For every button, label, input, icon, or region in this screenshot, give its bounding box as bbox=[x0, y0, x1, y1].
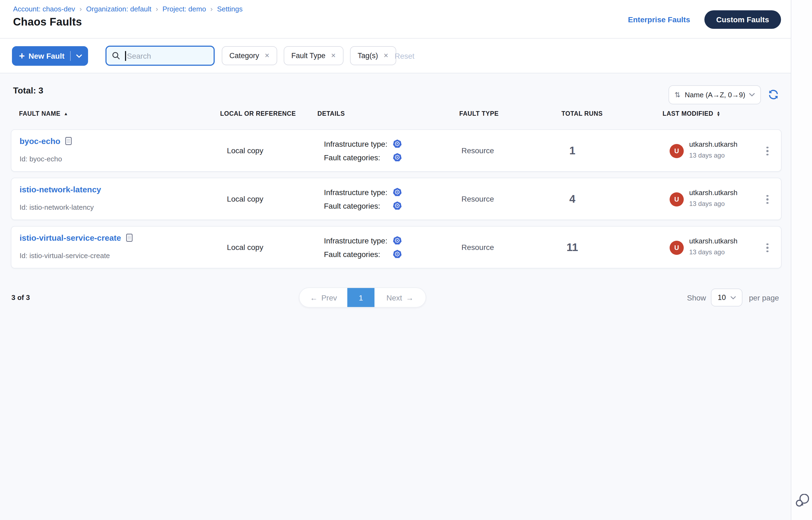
button-divider bbox=[70, 51, 70, 61]
plus-icon: + bbox=[19, 51, 25, 61]
filter-chip-category[interactable]: Category ✕ bbox=[222, 46, 277, 65]
modified-ago: 13 days ago bbox=[689, 152, 725, 159]
sort-both-icon: ▲▼ bbox=[717, 111, 720, 116]
fault-name-link[interactable]: istio-network-latency bbox=[20, 185, 101, 194]
breadcrumb-account[interactable]: Account: chaos-dev bbox=[13, 5, 75, 13]
prev-page-button[interactable]: ← Prev bbox=[300, 288, 347, 307]
total-runs-value: 11 bbox=[556, 227, 589, 268]
filter-chip-tags[interactable]: Tag(s) ✕ bbox=[350, 46, 396, 65]
row-menu-kebab-icon[interactable] bbox=[761, 240, 773, 256]
fault-details: Infrastructure type: Fault categories: bbox=[324, 178, 402, 219]
total-runs-value: 1 bbox=[556, 130, 589, 171]
text-caret bbox=[125, 51, 126, 60]
fault-scope-switch: Enterprise Faults Custom Faults bbox=[628, 0, 781, 38]
sort-select[interactable]: ⇅ Name (A→Z, 0→9) bbox=[668, 85, 761, 104]
sort-updown-icon: ⇅ bbox=[675, 91, 681, 99]
refresh-icon[interactable] bbox=[767, 88, 779, 101]
page-title: Chaos Faults bbox=[13, 16, 82, 28]
fault-type-value: Resource bbox=[461, 227, 494, 268]
infrastructure-type-label: Infrastructure type: bbox=[324, 236, 392, 245]
breadcrumb-separator-icon: › bbox=[79, 5, 82, 13]
chip-label: Category bbox=[229, 52, 259, 60]
arrow-left-icon: ← bbox=[310, 293, 318, 302]
arrow-right-icon: → bbox=[406, 293, 414, 302]
table-header: FAULT NAME▲ LOCAL OR REFERENCE DETAILS F… bbox=[0, 110, 791, 119]
manifest-doc-icon[interactable] bbox=[65, 137, 72, 145]
breadcrumb-separator-icon: › bbox=[210, 5, 213, 13]
local-or-reference-value: Local copy bbox=[204, 178, 286, 219]
column-total-runs: TOTAL RUNS bbox=[561, 110, 603, 117]
search-icon bbox=[112, 52, 120, 60]
table-row: istio-virtual-service-create Id: istio-v… bbox=[11, 226, 782, 268]
fault-id: Id: istio-virtual-service-create bbox=[20, 252, 110, 260]
chaos-faults-page: Account: chaos-dev › Organization: defau… bbox=[0, 0, 812, 520]
kubernetes-icon bbox=[392, 152, 402, 162]
toolbar: + New Fault Search Category ✕ Fault Type… bbox=[0, 38, 791, 73]
search-input[interactable]: Search bbox=[105, 46, 215, 66]
modified-by: utkarsh.utkarsh bbox=[689, 188, 738, 197]
filter-chips: Category ✕ Fault Type ✕ Tag(s) ✕ bbox=[222, 46, 396, 65]
column-last-modified[interactable]: LAST MODIFIED▲▼ bbox=[662, 110, 720, 117]
new-fault-label: New Fault bbox=[28, 52, 65, 60]
total-count: Total: 3 bbox=[13, 86, 43, 96]
close-icon[interactable]: ✕ bbox=[383, 52, 388, 59]
table-row: istio-network-latency Id: istio-network-… bbox=[11, 178, 782, 220]
chevron-down-icon bbox=[749, 93, 755, 97]
reset-filters-button[interactable]: Reset bbox=[395, 38, 414, 73]
avatar: U bbox=[669, 192, 684, 206]
next-page-button[interactable]: Next → bbox=[375, 288, 426, 307]
avatar: U bbox=[669, 144, 684, 158]
local-or-reference-value: Local copy bbox=[204, 130, 286, 171]
row-menu-kebab-icon[interactable] bbox=[761, 143, 773, 159]
modified-by: utkarsh.utkarsh bbox=[689, 140, 738, 148]
fault-name-link[interactable]: byoc-echo bbox=[20, 136, 60, 146]
page-size-select[interactable]: 10 bbox=[711, 288, 742, 307]
column-fault-name[interactable]: FAULT NAME▲ bbox=[19, 110, 68, 117]
modified-ago: 13 days ago bbox=[689, 248, 725, 256]
table-row: byoc-echo Id: byoc-echo Local copy Infra… bbox=[11, 129, 782, 172]
breadcrumb-project[interactable]: Project: demo bbox=[162, 5, 206, 13]
breadcrumb: Account: chaos-dev › Organization: defau… bbox=[13, 5, 243, 13]
fault-details: Infrastructure type: Fault categories: bbox=[324, 130, 402, 171]
fault-type-value: Resource bbox=[461, 178, 494, 219]
chat-help-icon[interactable] bbox=[795, 494, 810, 508]
filter-chip-fault-type[interactable]: Fault Type ✕ bbox=[284, 46, 344, 65]
breadcrumb-settings[interactable]: Settings bbox=[217, 5, 243, 13]
pagination-summary: 3 of 3 bbox=[11, 293, 30, 302]
fault-categories-label: Fault categories: bbox=[324, 153, 392, 162]
fault-categories-label: Fault categories: bbox=[324, 250, 392, 258]
column-details: DETAILS bbox=[318, 110, 345, 117]
infrastructure-type-label: Infrastructure type: bbox=[324, 188, 392, 197]
close-icon[interactable]: ✕ bbox=[265, 52, 270, 59]
modified-by: utkarsh.utkarsh bbox=[689, 237, 738, 245]
search-placeholder: Search bbox=[127, 51, 151, 60]
kubernetes-icon bbox=[392, 201, 402, 211]
per-page-label: per page bbox=[749, 293, 779, 302]
column-fault-type: FAULT TYPE bbox=[459, 110, 499, 117]
avatar: U bbox=[669, 241, 684, 255]
close-icon[interactable]: ✕ bbox=[331, 52, 336, 59]
fault-categories-label: Fault categories: bbox=[324, 201, 392, 210]
fault-table: byoc-echo Id: byoc-echo Local copy Infra… bbox=[11, 129, 782, 275]
page-1-button[interactable]: 1 bbox=[347, 288, 374, 307]
fault-id: Id: byoc-echo bbox=[20, 155, 62, 163]
breadcrumb-organization[interactable]: Organization: default bbox=[86, 5, 151, 13]
row-menu-kebab-icon[interactable] bbox=[761, 191, 773, 208]
chip-label: Tag(s) bbox=[358, 52, 378, 60]
page-header: Account: chaos-dev › Organization: defau… bbox=[0, 0, 791, 38]
fault-id: Id: istio-network-latency bbox=[20, 203, 94, 211]
kubernetes-icon bbox=[392, 139, 402, 149]
manifest-doc-icon[interactable] bbox=[126, 234, 133, 242]
sort-selected-value: Name (A→Z, 0→9) bbox=[685, 91, 749, 99]
total-runs-value: 4 bbox=[556, 178, 589, 219]
right-panel-strip bbox=[791, 0, 812, 520]
kubernetes-icon bbox=[392, 187, 402, 197]
new-fault-button[interactable]: + New Fault bbox=[12, 46, 88, 66]
column-local-or-reference: LOCAL OR REFERENCE bbox=[220, 110, 296, 117]
enterprise-faults-link[interactable]: Enterprise Faults bbox=[628, 15, 690, 24]
fault-details: Infrastructure type: Fault categories: bbox=[324, 227, 402, 268]
custom-faults-button[interactable]: Custom Faults bbox=[704, 10, 781, 28]
local-or-reference-value: Local copy bbox=[204, 227, 286, 268]
chevron-down-icon[interactable] bbox=[76, 54, 82, 58]
fault-name-link[interactable]: istio-virtual-service-create bbox=[20, 233, 121, 242]
